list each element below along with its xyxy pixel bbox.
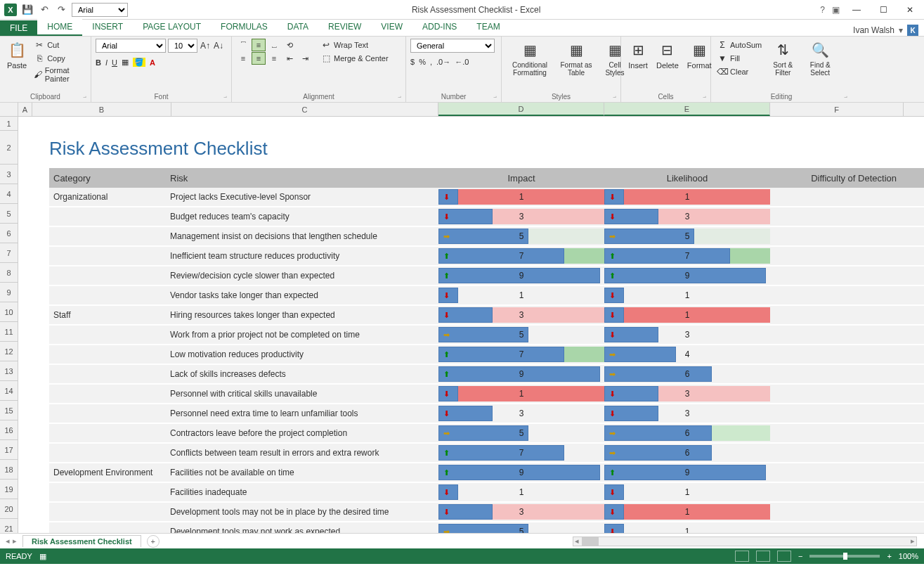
orientation-button[interactable]: ⟲ — [282, 39, 297, 51]
tab-view[interactable]: VIEW — [371, 19, 412, 36]
table-row[interactable]: Development EnvironmentFacilities not be… — [49, 463, 924, 483]
grow-font-icon[interactable]: A↑ — [200, 40, 211, 51]
tab-insert[interactable]: INSERT — [82, 19, 133, 36]
col-header-B[interactable]: B — [32, 103, 171, 116]
cell-likelihood[interactable]: ⬆ 7 — [604, 247, 770, 265]
dec-decimal-button[interactable]: ←.0 — [455, 58, 469, 66]
col-header-C[interactable]: C — [171, 103, 438, 116]
align-top-button[interactable]: ⎴ — [236, 39, 250, 51]
row-header-16[interactable]: 16 — [0, 420, 18, 440]
cell-risk[interactable]: Work from a prior project not be complet… — [169, 330, 438, 340]
copy-button[interactable]: ⎘Copy — [32, 52, 86, 65]
sheet-nav[interactable]: ◂▸ — [0, 536, 22, 546]
cell-risk[interactable]: Inefficient team structure reduces produ… — [169, 251, 438, 261]
cell-impact[interactable]: ➡ 5 — [438, 326, 604, 344]
table-row[interactable]: Personnel with critical skills unavailab… — [49, 385, 924, 404]
cell-risk[interactable]: Review/decision cycle slower than expect… — [169, 271, 438, 281]
redo-icon[interactable]: ↷ — [55, 4, 67, 16]
cell-impact[interactable]: ⬇ 3 — [438, 306, 604, 324]
wrap-text-button[interactable]: ↩Wrap Text — [319, 39, 390, 51]
tab-add-ins[interactable]: ADD-INS — [412, 19, 467, 36]
insert-button[interactable]: ⊞Insert — [625, 39, 651, 71]
row-header-9[interactable]: 9 — [0, 283, 18, 302]
row-header-17[interactable]: 17 — [0, 440, 18, 460]
align-center-button[interactable]: ≡ — [252, 52, 266, 65]
row-header-5[interactable]: 5 — [0, 204, 18, 224]
table-row[interactable]: Conflicts between team result in errors … — [49, 444, 924, 463]
cell-risk[interactable]: Personnel need extra time to learn unfam… — [169, 409, 438, 418]
worksheet-grid[interactable]: ABCDEF 123456789101112131415161718192021… — [0, 103, 924, 533]
row-header-18[interactable]: 18 — [0, 460, 18, 480]
row-header-20[interactable]: 20 — [0, 499, 18, 519]
ribbon-options-icon[interactable]: ▣ — [832, 5, 840, 15]
tab-file[interactable]: FILE — [0, 20, 37, 36]
cell-risk[interactable]: Conflicts between team result in errors … — [169, 448, 438, 458]
user-badge[interactable]: K — [907, 25, 918, 36]
sheet-tab-active[interactable]: Risk Assessment Checklist — [22, 535, 141, 547]
table-row[interactable]: Review/decision cycle slower than expect… — [49, 266, 924, 286]
cell-likelihood[interactable]: ➡ 5 — [604, 227, 770, 245]
find-select-button[interactable]: 🔍Find & Select — [802, 39, 838, 78]
table-row[interactable]: Lack of skills increases defects ⬆ 9 ➡ 6 — [49, 365, 924, 385]
paste-button[interactable]: 📋 Paste — [4, 39, 30, 71]
cell-risk[interactable]: Low motivation reduces productivity — [169, 349, 438, 359]
cut-button[interactable]: ✂Cut — [32, 39, 86, 51]
delete-button[interactable]: ⊟Delete — [653, 39, 682, 71]
indent-inc-button[interactable]: ⇥ — [298, 52, 312, 65]
cell-impact[interactable]: ⬇ 3 — [438, 404, 604, 423]
indent-dec-button[interactable]: ⇤ — [282, 52, 297, 65]
table-row[interactable]: OrganizationalProject lacks Executive-le… — [49, 188, 924, 207]
maximize-button[interactable]: ☐ — [873, 2, 893, 18]
table-row[interactable]: Management insist on decisions that leng… — [49, 227, 924, 247]
table-row[interactable]: Facilities inadequate ⬇ 1 ⬇ 1 — [49, 483, 924, 503]
cell-risk[interactable]: Development tools may not be in place by… — [169, 507, 438, 517]
percent-button[interactable]: % — [419, 58, 426, 66]
table-row[interactable]: Contractors leave before the project com… — [49, 424, 924, 444]
align-right-button[interactable]: ≡ — [267, 52, 281, 65]
underline-button[interactable]: U — [112, 58, 117, 67]
zoom-out-button[interactable]: − — [798, 552, 802, 560]
row-header-7[interactable]: 7 — [0, 243, 18, 263]
row-header-21[interactable]: 21 — [0, 519, 18, 533]
tab-formulas[interactable]: FORMULAS — [211, 19, 278, 36]
font-name-select[interactable]: Arial — [96, 39, 166, 53]
cell-risk[interactable]: Lack of skills increases defects — [169, 369, 438, 379]
col-header-D[interactable]: D — [438, 103, 604, 116]
page-layout-view-button[interactable] — [756, 551, 770, 562]
autosum-button[interactable]: ΣAutoSum — [715, 39, 763, 51]
cell-impact[interactable]: ⬇ 1 — [438, 483, 604, 501]
fill-button[interactable]: ▼Fill — [715, 52, 763, 65]
user-name[interactable]: Ivan Walsh — [853, 25, 894, 35]
cell-risk[interactable]: Development tools may not work as expect… — [169, 527, 438, 533]
cell-likelihood[interactable]: ⬇ 1 — [604, 306, 770, 324]
tab-data[interactable]: DATA — [278, 19, 318, 36]
table-row[interactable]: Development tools may not be in place by… — [49, 503, 924, 522]
undo-icon[interactable]: ↶ — [38, 4, 51, 16]
horizontal-scrollbar[interactable]: ◂ ▸ — [573, 536, 917, 546]
tab-page-layout[interactable]: PAGE LAYOUT — [133, 19, 211, 36]
row-header-2[interactable]: 2 — [0, 131, 18, 165]
cell-likelihood[interactable]: ⬇ 1 — [604, 286, 770, 304]
close-button[interactable]: ✕ — [900, 2, 920, 18]
tab-review[interactable]: REVIEW — [318, 19, 371, 36]
italic-button[interactable]: I — [105, 58, 108, 67]
row-header-14[interactable]: 14 — [0, 381, 18, 401]
minimize-button[interactable]: — — [847, 2, 866, 18]
macro-icon[interactable]: ▦ — [39, 552, 46, 561]
cell-likelihood[interactable]: ⬇ 3 — [604, 404, 770, 423]
cell-risk[interactable]: Project lacks Executive-level Sponsor — [169, 192, 438, 202]
cell-impact[interactable]: ⬇ 3 — [438, 503, 604, 521]
cell-risk[interactable]: Budget reduces team's capacity — [169, 212, 438, 221]
cell-risk[interactable]: Hiring resources takes longer than expec… — [169, 310, 438, 320]
scroll-thumb[interactable] — [582, 537, 599, 546]
cell-risk[interactable]: Management insist on decisions that leng… — [169, 231, 438, 241]
cell-risk[interactable]: Facilities not be available on time — [169, 468, 438, 477]
row-header-12[interactable]: 12 — [0, 342, 18, 361]
row-header-1[interactable]: 1 — [0, 117, 18, 131]
cell-category[interactable]: Organizational — [49, 192, 169, 202]
table-row[interactable]: Vendor tasks take longer than expected ⬇… — [49, 286, 924, 306]
font-color-button[interactable]: A — [150, 58, 155, 67]
number-format-select[interactable]: General — [410, 39, 495, 53]
tab-home[interactable]: HOME — [37, 19, 82, 36]
row-header-4[interactable]: 4 — [0, 184, 18, 204]
